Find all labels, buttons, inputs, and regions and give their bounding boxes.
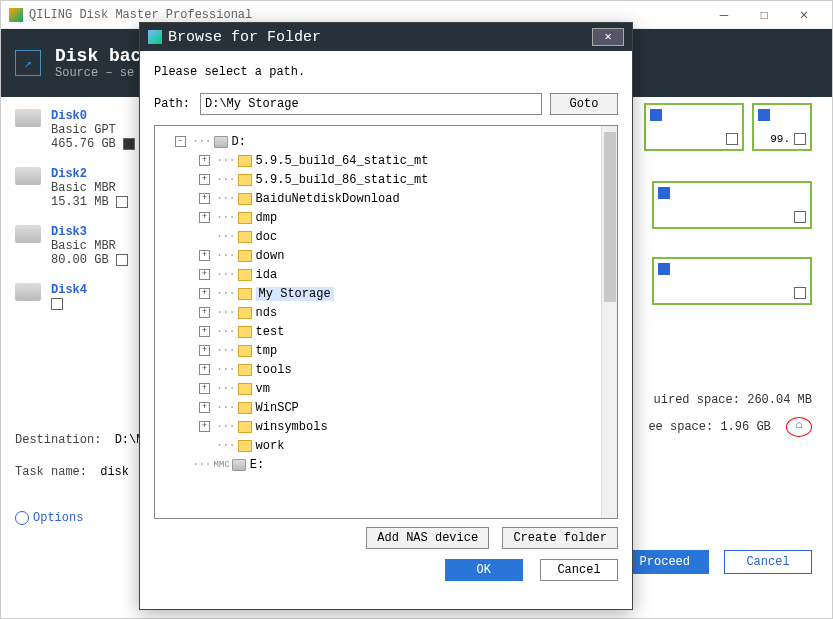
scrollbar-thumb[interactable] bbox=[604, 132, 616, 302]
create-folder-button[interactable]: Create folder bbox=[502, 527, 618, 549]
tree-toggle-icon[interactable]: + bbox=[199, 250, 210, 261]
tree-item[interactable]: +···5.9.5_build_86_static_mt bbox=[155, 170, 617, 189]
tree-toggle-blank bbox=[199, 231, 210, 242]
disk-checkbox[interactable] bbox=[51, 298, 63, 310]
folder-icon bbox=[238, 364, 252, 376]
tree-item[interactable]: +···BaiduNetdiskDownload bbox=[155, 189, 617, 208]
tree-item[interactable]: +···test bbox=[155, 322, 617, 341]
tree-item-label: doc bbox=[256, 230, 278, 244]
tree-connector-icon: ··· bbox=[216, 401, 235, 415]
tree-toggle-icon[interactable]: + bbox=[199, 421, 210, 432]
tree-toggle-icon[interactable]: + bbox=[199, 345, 210, 356]
tree-toggle-icon[interactable]: + bbox=[199, 155, 210, 166]
close-button[interactable]: ✕ bbox=[784, 6, 824, 23]
folder-icon bbox=[238, 212, 252, 224]
dialog-titlebar[interactable]: Browse for Folder ✕ bbox=[140, 23, 632, 51]
tree-toggle-icon[interactable]: + bbox=[199, 402, 210, 413]
partition-checkbox[interactable] bbox=[794, 211, 806, 223]
usage-bar-icon bbox=[658, 187, 670, 199]
tree-item[interactable]: +···My Storage bbox=[155, 284, 617, 303]
tree-toggle-icon[interactable]: + bbox=[199, 193, 210, 204]
partition-checkbox[interactable] bbox=[794, 133, 806, 145]
tree-item[interactable]: +···down bbox=[155, 246, 617, 265]
tree-toggle-icon[interactable]: + bbox=[199, 307, 210, 318]
tree-connector-icon: ··· bbox=[216, 420, 235, 434]
tree-toggle-icon[interactable]: + bbox=[199, 326, 210, 337]
dialog-cancel-button[interactable]: Cancel bbox=[540, 559, 618, 581]
tree-item-label: BaiduNetdiskDownload bbox=[256, 192, 400, 206]
tree-toggle-icon[interactable]: + bbox=[199, 174, 210, 185]
tree-item-label: vm bbox=[256, 382, 270, 396]
partition-checkbox[interactable] bbox=[794, 287, 806, 299]
disk-icon bbox=[15, 109, 41, 127]
tree-item[interactable]: +···ida bbox=[155, 265, 617, 284]
tree-toggle-icon[interactable]: + bbox=[199, 288, 210, 299]
tree-item[interactable]: ···work bbox=[155, 436, 617, 455]
tree-connector-icon: ··· bbox=[216, 173, 235, 187]
minimize-button[interactable]: — bbox=[704, 7, 744, 23]
tree-toggle-icon[interactable]: + bbox=[199, 364, 210, 375]
space-info: uired space: 260.04 MB ee space: 1.96 GB… bbox=[648, 393, 812, 447]
tree-connector-icon: ··· bbox=[192, 458, 211, 472]
goto-button[interactable]: Goto bbox=[550, 93, 618, 115]
folder-icon bbox=[238, 193, 252, 205]
tree-item-label: nds bbox=[256, 306, 278, 320]
partition-box[interactable] bbox=[644, 103, 744, 151]
partition-checkbox[interactable] bbox=[726, 133, 738, 145]
tree-item[interactable]: -···D: bbox=[155, 132, 617, 151]
partition-box[interactable]: 99. bbox=[752, 103, 812, 151]
add-nas-button[interactable]: Add NAS device bbox=[366, 527, 489, 549]
tree-item[interactable]: +···5.9.5_build_64_static_mt bbox=[155, 151, 617, 170]
tree-item[interactable]: +···nds bbox=[155, 303, 617, 322]
disk-name: Disk3 bbox=[51, 225, 151, 239]
folder-icon bbox=[238, 307, 252, 319]
tree-item[interactable]: +···winsymbols bbox=[155, 417, 617, 436]
tree-scrollbar[interactable] bbox=[601, 126, 617, 518]
tree-toggle-icon[interactable]: - bbox=[175, 136, 186, 147]
tree-toggle-icon[interactable]: + bbox=[199, 383, 210, 394]
tree-item[interactable]: ···doc bbox=[155, 227, 617, 246]
tree-item[interactable]: +···tmp bbox=[155, 341, 617, 360]
folder-icon bbox=[238, 155, 252, 167]
tree-item-label: 5.9.5_build_86_static_mt bbox=[256, 173, 429, 187]
tree-item[interactable]: +···tools bbox=[155, 360, 617, 379]
dialog-close-button[interactable]: ✕ bbox=[592, 28, 624, 46]
path-input[interactable] bbox=[200, 93, 542, 115]
disk-icon bbox=[15, 283, 41, 301]
drive-icon bbox=[232, 459, 246, 471]
partition-box[interactable] bbox=[652, 257, 812, 305]
tree-item[interactable]: ···MMCE: bbox=[155, 455, 617, 474]
ok-button[interactable]: OK bbox=[445, 559, 523, 581]
tree-toggle-blank bbox=[199, 440, 210, 451]
back-icon[interactable]: ↗ bbox=[15, 50, 41, 76]
dialog-prompt: Please select a path. bbox=[154, 65, 618, 79]
tree-connector-icon: ··· bbox=[216, 268, 235, 282]
browse-destination-icon[interactable]: ⌂ bbox=[786, 417, 812, 437]
partition-box[interactable] bbox=[652, 181, 812, 229]
proceed-button[interactable]: Proceed bbox=[621, 550, 709, 574]
cancel-button[interactable]: Cancel bbox=[724, 550, 812, 574]
tree-connector-icon: ··· bbox=[216, 344, 235, 358]
disk-type: Basic GPT bbox=[51, 123, 151, 137]
tree-connector-icon: ··· bbox=[216, 287, 235, 301]
tree-toggle-icon[interactable]: + bbox=[199, 212, 210, 223]
disk-checkbox[interactable] bbox=[116, 196, 128, 208]
usage-bar-icon bbox=[650, 109, 662, 121]
tree-item-label: down bbox=[256, 249, 285, 263]
tree-item[interactable]: +···vm bbox=[155, 379, 617, 398]
mmc-label: MMC bbox=[214, 460, 230, 470]
disk-checkbox[interactable] bbox=[116, 254, 128, 266]
folder-icon bbox=[238, 250, 252, 262]
tree-item-label: test bbox=[256, 325, 285, 339]
gear-icon bbox=[15, 511, 29, 525]
folder-tree[interactable]: -···D:+···5.9.5_build_64_static_mt+···5.… bbox=[154, 125, 618, 519]
disk-checkbox[interactable] bbox=[123, 138, 135, 150]
dialog-icon bbox=[148, 30, 162, 44]
free-space: ee space: 1.96 GB bbox=[648, 420, 770, 434]
options-link[interactable]: Options bbox=[15, 511, 83, 525]
tree-item[interactable]: +···WinSCP bbox=[155, 398, 617, 417]
maximize-button[interactable]: ☐ bbox=[744, 6, 784, 23]
usage-bar-icon bbox=[758, 109, 770, 121]
tree-item[interactable]: +···dmp bbox=[155, 208, 617, 227]
tree-toggle-icon[interactable]: + bbox=[199, 269, 210, 280]
